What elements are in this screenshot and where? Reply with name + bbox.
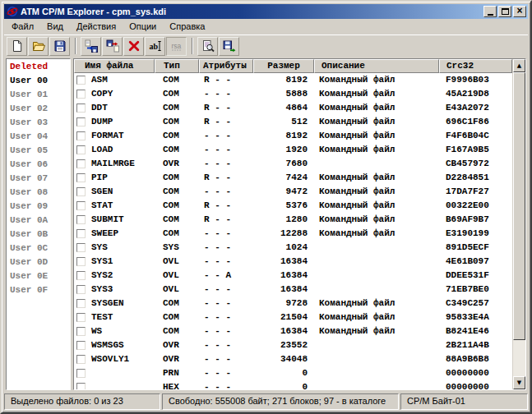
sidebar-item-user-0c[interactable]: User 0C [10, 242, 70, 255]
menu-options[interactable]: Опции [123, 20, 163, 34]
sidebar-item-user-01[interactable]: User 01 [10, 88, 70, 102]
file-checkbox[interactable] [76, 145, 86, 154]
file-checkbox[interactable] [76, 383, 86, 389]
close-button[interactable]: × [513, 6, 526, 17]
column-header-size[interactable]: Размер [253, 59, 314, 73]
column-header-name[interactable]: Имя файла [74, 59, 155, 73]
file-checkbox[interactable] [76, 299, 86, 308]
sidebar-item-user-08[interactable]: User 08 [10, 186, 70, 200]
svg-text:ab: ab [149, 42, 158, 51]
table-row[interactable]: PRN- - -000000000 [74, 366, 512, 380]
scroll-thumb[interactable] [513, 72, 525, 340]
table-row[interactable]: COPYCOM- - -5888Командный файл45A219D8 [74, 87, 512, 101]
sidebar-item-user-0d[interactable]: User 0D [10, 255, 70, 269]
file-checkbox[interactable] [76, 76, 86, 85]
table-row[interactable]: TESTCOM- - -21504Командный файл95833E4A [74, 310, 512, 324]
vertical-scrollbar[interactable]: ▲ ▼ [512, 59, 525, 389]
menu-file[interactable]: Файл [5, 20, 40, 34]
table-row[interactable]: FORMATCOM- - -8192Командный файлF4F6B04C [74, 129, 512, 143]
table-row[interactable]: SYSSYS- - -1024891D5ECF [74, 241, 512, 255]
scroll-up-button[interactable]: ▲ [513, 59, 525, 72]
table-row[interactable]: SYS3OVL- - -1638471EB7BE0 [74, 283, 512, 297]
sidebar-item-user-02[interactable]: User 02 [10, 102, 70, 116]
table-row[interactable]: DUMPCOMR - -512Командный файл696C1F86 [74, 115, 512, 129]
import-button[interactable] [81, 37, 101, 56]
sidebar-item-user-04[interactable]: User 04 [10, 130, 70, 144]
sidebar-item-deleted[interactable]: Deleted [10, 60, 70, 74]
sidebar-item-user-05[interactable]: User 05 [10, 144, 70, 158]
file-checkbox[interactable] [76, 271, 86, 280]
table-row[interactable]: PIPCOMR - -7424Командный файлD2284851 [74, 171, 512, 185]
file-checkbox[interactable] [76, 215, 86, 224]
table-row[interactable]: WSMSGSOVR- - -235522B211A4B [74, 338, 512, 352]
column-header-crc[interactable]: Crc32 [439, 59, 512, 73]
file-checkbox[interactable] [76, 257, 86, 266]
delete-button[interactable] [123, 37, 144, 56]
file-checkbox[interactable] [76, 131, 86, 140]
file-crc-cell: B69AF9B7 [439, 213, 512, 227]
new-button[interactable] [7, 37, 27, 56]
sidebar-item-user-0f[interactable]: User 0F [10, 283, 70, 297]
toolbar: abrsa [4, 34, 528, 57]
minimize-button[interactable] [483, 6, 497, 17]
sidebar-item-user-03[interactable]: User 03 [10, 116, 70, 130]
table-row[interactable]: HEX- - -000000000 [74, 380, 512, 389]
menu-actions[interactable]: Действия [70, 20, 123, 34]
sidebar-item-user-0a[interactable]: User 0A [10, 214, 70, 228]
file-checkbox[interactable] [76, 159, 86, 168]
file-desc-cell [314, 255, 439, 269]
preview-button[interactable] [197, 37, 218, 56]
sidebar-item-user-06[interactable]: User 06 [10, 158, 70, 172]
table-row[interactable]: SYS2OVL- - A16384DDEE531F [74, 269, 512, 283]
table-row[interactable]: STATCOMR - -5376Командный файл00322E00 [74, 199, 512, 213]
file-checkbox[interactable] [76, 201, 86, 210]
scroll-track[interactable] [513, 72, 525, 376]
file-checkbox[interactable] [76, 173, 86, 182]
sidebar-item-user-00[interactable]: User 00 [10, 74, 70, 88]
file-checkbox[interactable] [76, 369, 86, 378]
sidebar-item-user-0e[interactable]: User 0E [10, 269, 70, 283]
table-row[interactable]: SWEEPCOM- - -12288Командный файлE3190199 [74, 227, 512, 241]
file-checkbox[interactable] [76, 285, 86, 294]
table-row[interactable]: SYSGENCOM- - -9728Командный файлC349C257 [74, 297, 512, 310]
menu-view[interactable]: Вид [40, 20, 70, 34]
table-row[interactable]: SYS1OVL- - -163844E61B097 [74, 255, 512, 269]
table-row[interactable]: WSCOM- - -16384Командный файлB8241E46 [74, 324, 512, 338]
column-header-desc[interactable]: Описание [314, 59, 439, 73]
file-checkbox[interactable] [76, 229, 86, 238]
open-button[interactable] [28, 37, 49, 56]
table-row[interactable]: ASMCOMR - -8192Командный файлF9996B03 [74, 73, 512, 87]
table-row[interactable]: WSOVLY1OVR- - -3404888A9B6B8 [74, 352, 512, 366]
table-row[interactable]: SGENCOM- - -9472Командный файл17DA7F27 [74, 185, 512, 199]
file-checkbox[interactable] [76, 313, 86, 322]
status-selected-files: Выделено файлов: 0 из 23 [4, 393, 160, 410]
table-row[interactable]: MAILMRGEOVR- - -7680CB457972 [74, 157, 512, 171]
maximize-button[interactable] [498, 6, 511, 17]
column-header-attrs[interactable]: Атрибуты [199, 59, 253, 73]
table-row[interactable]: SUBMITCOMR - -1280Командный файлB69AF9B7 [74, 213, 512, 227]
extract-button[interactable] [219, 37, 239, 56]
table-row[interactable]: DDTCOMR - -4864Командный файлE43A2072 [74, 101, 512, 115]
file-size-cell: 21504 [253, 310, 314, 324]
save-button[interactable] [49, 37, 70, 56]
column-header-type[interactable]: Тип [155, 59, 199, 73]
file-checkbox[interactable] [76, 104, 86, 113]
file-size-cell: 34048 [253, 352, 314, 366]
rename-button[interactable]: ab [145, 37, 165, 56]
table-row[interactable]: LOADCOM- - -1920Командный файлF167A9B5 [74, 143, 512, 157]
scroll-down-button[interactable]: ▼ [513, 376, 525, 389]
file-checkbox[interactable] [76, 117, 86, 126]
file-checkbox[interactable] [76, 187, 86, 196]
rsa-button[interactable]: rsa [166, 37, 187, 56]
file-checkbox[interactable] [76, 355, 86, 364]
sidebar-item-user-0b[interactable]: User 0B [10, 228, 70, 242]
sidebar-item-user-09[interactable]: User 09 [10, 200, 70, 214]
export-button[interactable] [102, 37, 123, 56]
file-checkbox[interactable] [76, 341, 86, 350]
file-checkbox[interactable] [76, 243, 86, 252]
menu-help[interactable]: Справка [163, 20, 211, 34]
delete-cross-icon [127, 39, 141, 53]
sidebar-item-user-07[interactable]: User 07 [10, 172, 70, 186]
file-checkbox[interactable] [76, 327, 86, 336]
file-checkbox[interactable] [76, 90, 86, 99]
